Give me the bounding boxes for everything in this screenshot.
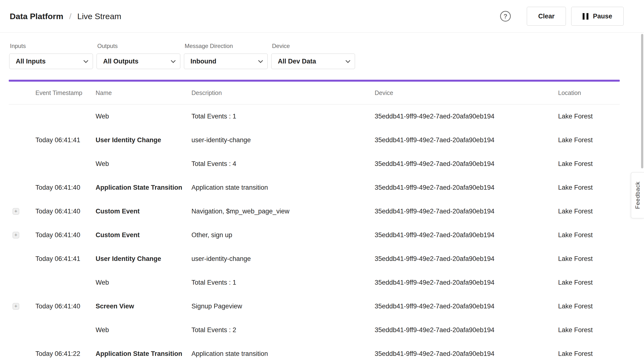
row-device: 35eddb41-9ff9-49e2-7aed-20afa90eb194 (375, 350, 558, 358)
row-timestamp: Today 06:41:40 (36, 231, 96, 239)
row-name: Web (96, 113, 192, 120)
row-description: Signup Pageview (192, 303, 375, 310)
filter-bar: Inputs All Inputs Outputs All Outputs Me… (0, 33, 644, 69)
event-table-body: + Web Total Events : 1 35eddb41-9ff9-49e… (9, 104, 620, 360)
pause-icon (582, 13, 588, 20)
table-row[interactable]: + Today 06:41:40 Custom Event Other, sig… (9, 223, 620, 247)
chevron-down-icon (346, 58, 350, 63)
row-device: 35eddb41-9ff9-49e2-7aed-20afa90eb194 (375, 136, 558, 144)
row-description: user-identity-change (192, 255, 375, 263)
row-expand-button[interactable]: + (12, 208, 19, 215)
inputs-select-value: All Inputs (16, 58, 46, 65)
row-description: Total Events : 1 (192, 113, 375, 120)
filter-device: Device All Dev Data (271, 42, 355, 69)
column-header-device: Device (375, 89, 558, 96)
row-name: Web (96, 326, 192, 334)
table-row[interactable]: + Today 06:41:41 User Identity Change us… (9, 247, 620, 271)
row-location: Lake Forest (558, 279, 620, 286)
breadcrumb-app[interactable]: Data Platform (10, 12, 63, 21)
device-select[interactable]: All Dev Data (271, 53, 355, 69)
row-device: 35eddb41-9ff9-49e2-7aed-20afa90eb194 (375, 255, 558, 263)
row-description: Navigation, $mp_web_page_view (192, 208, 375, 215)
row-description: Total Events : 1 (192, 279, 375, 286)
inputs-select[interactable]: All Inputs (9, 53, 93, 69)
pause-button-label: Pause (593, 12, 612, 20)
app-header: Data Platform / Live Stream ? Clear Paus… (0, 0, 644, 33)
table-row[interactable]: + Web Total Events : 1 35eddb41-9ff9-49e… (9, 271, 620, 294)
outputs-select[interactable]: All Outputs (96, 53, 180, 69)
row-expand-button[interactable]: + (12, 232, 19, 238)
row-location: Lake Forest (558, 113, 620, 120)
row-device: 35eddb41-9ff9-49e2-7aed-20afa90eb194 (375, 208, 558, 215)
feedback-tab-label: Feedback (634, 181, 641, 209)
table-row[interactable]: + Today 06:41:40 Custom Event Navigation… (9, 199, 620, 223)
table-row[interactable]: + Web Total Events : 2 35eddb41-9ff9-49e… (9, 318, 620, 342)
plus-icon: + (14, 232, 18, 238)
row-description: Other, sign up (192, 231, 375, 239)
message-direction-select-value: Inbound (190, 58, 216, 65)
help-icon[interactable]: ? (500, 11, 511, 21)
row-expand-button[interactable]: + (12, 303, 19, 310)
row-description: Application state transition (192, 350, 375, 358)
row-location: Lake Forest (558, 326, 620, 334)
row-location: Lake Forest (558, 303, 620, 310)
table-row[interactable]: + Today 06:41:22 Application State Trans… (9, 342, 620, 360)
clear-button[interactable]: Clear (527, 7, 566, 26)
row-device: 35eddb41-9ff9-49e2-7aed-20afa90eb194 (375, 184, 558, 191)
row-name: Application State Transition (96, 350, 192, 358)
header-actions: ? Clear Pause (500, 7, 624, 26)
filter-message-direction-label: Message Direction (185, 42, 268, 50)
row-name: Web (96, 160, 192, 168)
table-row[interactable]: + Web Total Events : 1 35eddb41-9ff9-49e… (9, 104, 620, 128)
event-table: Event Timestamp Name Description Device … (9, 82, 620, 360)
row-name: User Identity Change (96, 255, 192, 263)
chevron-down-icon (84, 58, 88, 63)
filter-outputs: Outputs All Outputs (96, 42, 180, 69)
pause-button[interactable]: Pause (571, 7, 624, 26)
row-device: 35eddb41-9ff9-49e2-7aed-20afa90eb194 (375, 326, 558, 334)
scrollbar-thumb[interactable] (641, 34, 643, 168)
table-row[interactable]: + Today 06:41:41 User Identity Change us… (9, 128, 620, 152)
row-location: Lake Forest (558, 208, 620, 215)
row-timestamp: Today 06:41:41 (36, 136, 96, 144)
row-location: Lake Forest (558, 184, 620, 191)
filter-outputs-label: Outputs (97, 42, 180, 50)
row-location: Lake Forest (558, 136, 620, 144)
row-location: Lake Forest (558, 255, 620, 263)
breadcrumb-separator: / (69, 12, 71, 21)
row-location: Lake Forest (558, 231, 620, 239)
feedback-tab[interactable]: Feedback (631, 172, 644, 218)
row-timestamp: Today 06:41:40 (36, 208, 96, 215)
row-device: 35eddb41-9ff9-49e2-7aed-20afa90eb194 (375, 160, 558, 168)
row-description: Total Events : 4 (192, 160, 375, 168)
row-device: 35eddb41-9ff9-49e2-7aed-20afa90eb194 (375, 113, 558, 120)
row-device: 35eddb41-9ff9-49e2-7aed-20afa90eb194 (375, 303, 558, 310)
row-timestamp: Today 06:41:40 (36, 184, 96, 191)
breadcrumb: Data Platform / Live Stream (10, 12, 121, 21)
stream-progress-bar (9, 80, 620, 82)
filter-message-direction: Message Direction Inbound (184, 42, 268, 69)
column-header-event-timestamp: Event Timestamp (36, 89, 96, 96)
filter-inputs: Inputs All Inputs (9, 42, 93, 69)
filter-inputs-label: Inputs (10, 42, 93, 50)
table-row[interactable]: + Today 06:41:40 Screen View Signup Page… (9, 294, 620, 318)
row-timestamp: Today 06:41:40 (36, 303, 96, 310)
row-description: Total Events : 2 (192, 326, 375, 334)
row-name: Web (96, 279, 192, 286)
row-name: Custom Event (96, 231, 192, 239)
row-description: user-identity-change (192, 136, 375, 144)
device-select-value: All Dev Data (278, 58, 316, 65)
chevron-down-icon (171, 58, 176, 63)
table-row[interactable]: + Web Total Events : 4 35eddb41-9ff9-49e… (9, 152, 620, 176)
row-location: Lake Forest (558, 160, 620, 168)
row-timestamp: Today 06:41:41 (36, 255, 96, 263)
row-name: User Identity Change (96, 136, 192, 144)
plus-icon: + (14, 304, 18, 309)
message-direction-select[interactable]: Inbound (184, 53, 268, 69)
table-header-row: Event Timestamp Name Description Device … (9, 82, 620, 104)
row-name: Application State Transition (96, 184, 192, 191)
plus-icon: + (14, 209, 18, 214)
filter-device-label: Device (272, 42, 355, 50)
table-row[interactable]: + Today 06:41:40 Application State Trans… (9, 176, 620, 199)
row-location: Lake Forest (558, 350, 620, 358)
